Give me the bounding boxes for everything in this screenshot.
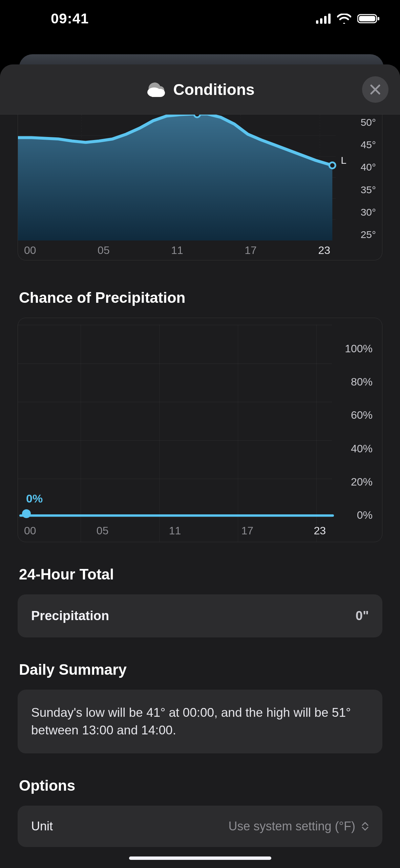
precipitation-total-value: 0" xyxy=(356,609,369,623)
svg-rect-0 xyxy=(316,20,318,24)
sheet-header: Conditions xyxy=(0,64,400,115)
precipitation-heading: Chance of Precipitation xyxy=(19,289,382,306)
svg-rect-1 xyxy=(320,18,322,24)
daily-summary-card: Sunday's low will be 41° at 00:00, and t… xyxy=(18,690,382,753)
svg-point-20 xyxy=(194,115,200,117)
wifi-icon xyxy=(337,14,351,24)
temperature-chart[interactable]: L 50° 45° 40° 35° 30° 25° 00 05 11 17 23 xyxy=(18,115,382,260)
home-indicator[interactable] xyxy=(129,856,271,860)
daily-summary-text: Sunday's low will be 41° at 00:00, and t… xyxy=(31,704,369,739)
unit-option-label: Unit xyxy=(31,819,53,833)
status-bar: 09:41 xyxy=(0,0,400,37)
precip-x-axis: 00 05 11 17 23 xyxy=(18,525,332,537)
updown-icon xyxy=(361,822,369,831)
temp-y-axis: 50° 45° 40° 35° 30° 25° xyxy=(361,115,376,240)
options-heading: Options xyxy=(19,777,382,794)
battery-icon xyxy=(357,14,380,24)
precipitation-chart[interactable]: 100% 80% 60% 40% 20% 0% 0% 00 05 11 17 2… xyxy=(18,318,382,542)
svg-rect-3 xyxy=(328,14,331,24)
status-icons xyxy=(316,14,380,24)
close-icon xyxy=(369,83,381,96)
current-precip-label: 0% xyxy=(26,492,43,505)
precipitation-total-card: Precipitation 0" xyxy=(18,594,382,637)
current-time-dot xyxy=(22,509,31,518)
precip-line xyxy=(19,514,334,517)
total-heading: 24-Hour Total xyxy=(19,566,382,583)
sheet-title: Conditions xyxy=(173,80,254,99)
unit-option-row[interactable]: Unit Use system setting (°F) xyxy=(18,806,382,847)
precipitation-total-label: Precipitation xyxy=(31,609,109,623)
unit-option-value: Use system setting (°F) xyxy=(229,819,355,833)
precip-y-axis: 100% 80% 60% 40% 20% 0% xyxy=(345,342,373,521)
summary-heading: Daily Summary xyxy=(19,661,382,678)
temp-x-axis: 00 05 11 17 23 xyxy=(18,244,336,257)
conditions-sheet: Conditions xyxy=(0,64,400,868)
cloud-icon xyxy=(145,82,166,97)
low-marker: L xyxy=(341,155,346,166)
clock: 09:41 xyxy=(51,11,89,27)
svg-rect-5 xyxy=(359,16,375,21)
svg-rect-6 xyxy=(378,17,379,20)
cellular-icon xyxy=(316,14,331,24)
svg-point-21 xyxy=(329,162,335,169)
svg-point-8 xyxy=(155,89,165,97)
close-button[interactable] xyxy=(362,76,388,103)
svg-rect-2 xyxy=(324,16,327,24)
